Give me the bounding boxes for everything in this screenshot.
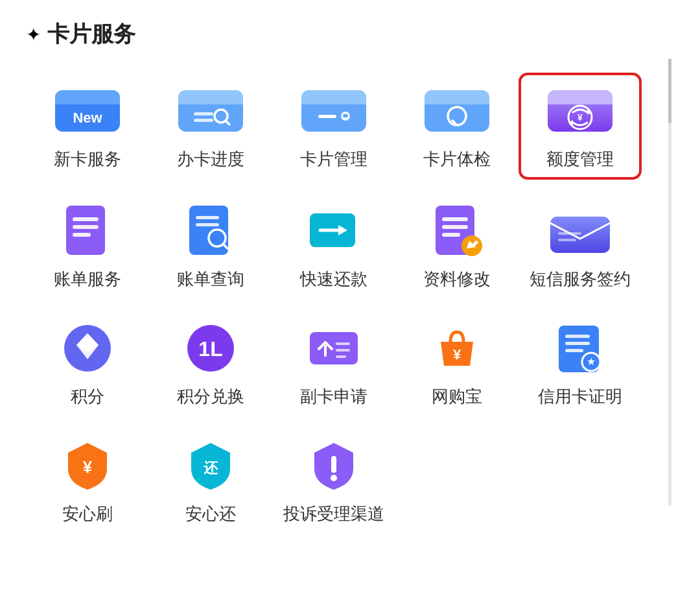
svg-rect-19	[425, 99, 489, 104]
svg-rect-14	[318, 115, 336, 118]
svg-text:1L: 1L	[198, 337, 222, 361]
header-icon: ✦	[26, 24, 41, 45]
svg-rect-7	[194, 112, 213, 115]
quick-repay-icon	[298, 203, 369, 259]
svg-text:New: New	[73, 110, 102, 126]
svg-rect-57	[336, 342, 350, 345]
sub-card-label: 副卡申请	[300, 385, 368, 408]
svg-text:★: ★	[587, 356, 596, 367]
sms-sign-icon	[544, 203, 616, 259]
card-progress-icon	[175, 83, 246, 139]
credit-cert-item[interactable]: ★ 信用卡证明	[519, 310, 642, 414]
svg-text:还: 还	[204, 460, 218, 476]
card-progress-item[interactable]: 办卡进度	[149, 73, 272, 180]
complaint-item[interactable]: 投诉受理渠道	[272, 427, 395, 532]
svg-rect-29	[66, 206, 105, 255]
scrollbar-track	[668, 58, 671, 506]
svg-text:¥: ¥	[453, 346, 461, 363]
svg-rect-30	[73, 217, 99, 221]
svg-rect-62	[565, 335, 590, 338]
grid-row-2: 账单服务 账单查询	[26, 193, 674, 297]
online-shop-icon: ¥	[421, 320, 493, 376]
bill-service-icon	[52, 203, 123, 259]
card-manage-icon	[298, 83, 369, 139]
grid-row-1: New 新卡服务	[26, 73, 674, 180]
points-exchange-item[interactable]: 1L 积分兑换	[149, 310, 272, 414]
info-edit-icon	[421, 203, 493, 259]
card-health-label: 卡片体检	[423, 148, 491, 171]
safe-swipe-icon: ¥	[52, 438, 123, 494]
service-grid: New 新卡服务	[26, 73, 674, 545]
new-card-item[interactable]: New 新卡服务	[26, 73, 149, 180]
page-header: ✦ 卡片服务	[26, 19, 674, 49]
safe-repay-item[interactable]: 还 安心还	[149, 427, 272, 532]
new-card-icon: New	[52, 83, 123, 139]
points-exchange-icon: 1L	[175, 320, 246, 376]
grid-row-3: 积分 1L 积分兑换	[26, 310, 674, 414]
scrollbar[interactable]	[664, 19, 674, 545]
card-health-item[interactable]: 卡片体检	[395, 73, 519, 180]
svg-rect-42	[442, 217, 468, 221]
points-exchange-label: 积分兑换	[177, 385, 244, 408]
complaint-icon	[298, 438, 369, 494]
safe-swipe-label: 安心刷	[62, 503, 113, 525]
svg-rect-16	[344, 114, 348, 117]
svg-text:¥: ¥	[578, 112, 583, 123]
points-icon	[52, 320, 123, 376]
svg-rect-48	[558, 232, 581, 235]
svg-rect-13	[301, 99, 366, 104]
page-title: 卡片服务	[47, 19, 135, 49]
bill-service-item[interactable]: 账单服务	[26, 193, 149, 297]
sub-card-icon	[298, 320, 369, 376]
points-item[interactable]: 积分	[26, 310, 149, 414]
svg-rect-32	[73, 233, 91, 237]
svg-rect-31	[73, 225, 99, 229]
info-edit-label: 资料修改	[423, 268, 491, 291]
credit-cert-label: 信用卡证明	[538, 385, 622, 408]
points-label: 积分	[71, 385, 104, 408]
quick-repay-item[interactable]: 快速还款	[272, 193, 395, 297]
svg-rect-35	[196, 223, 219, 226]
new-card-label: 新卡服务	[54, 148, 121, 171]
svg-rect-8	[194, 119, 213, 122]
grid-row-4: ¥ 安心刷 还 安心还	[26, 427, 674, 532]
sms-sign-label: 短信服务签约	[530, 268, 631, 291]
svg-rect-49	[558, 239, 576, 241]
svg-text:¥: ¥	[83, 457, 93, 477]
svg-rect-6	[178, 99, 243, 104]
card-manage-item[interactable]: 卡片管理	[272, 73, 395, 180]
svg-rect-63	[565, 342, 590, 345]
safe-swipe-item[interactable]: ¥ 安心刷	[26, 427, 149, 532]
card-health-icon	[421, 83, 493, 139]
svg-rect-24	[548, 99, 612, 104]
svg-rect-2	[55, 99, 120, 104]
bill-query-icon	[175, 203, 246, 259]
svg-rect-34	[196, 216, 219, 219]
info-edit-item[interactable]: 资料修改	[395, 193, 519, 297]
card-progress-label: 办卡进度	[177, 148, 244, 171]
svg-rect-43	[442, 225, 468, 229]
credit-cert-icon: ★	[544, 320, 616, 376]
quota-manage-item[interactable]: ¥ 额度管理	[519, 73, 642, 180]
complaint-label: 投诉受理渠道	[283, 503, 384, 525]
bill-service-label: 账单服务	[54, 268, 121, 291]
svg-rect-69	[331, 456, 336, 473]
quota-manage-icon: ¥	[544, 83, 616, 139]
svg-rect-64	[565, 349, 583, 352]
safe-repay-label: 安心还	[185, 503, 236, 525]
sms-sign-item[interactable]: 短信服务签约	[519, 193, 642, 297]
safe-repay-icon: 还	[175, 438, 246, 494]
bill-query-item[interactable]: 账单查询	[149, 193, 272, 297]
svg-rect-53	[310, 332, 358, 364]
card-manage-label: 卡片管理	[300, 148, 368, 171]
svg-rect-44	[442, 233, 460, 237]
svg-rect-58	[336, 349, 350, 352]
online-shop-label: 网购宝	[432, 385, 482, 408]
online-shop-item[interactable]: ¥ 网购宝	[395, 310, 519, 414]
quick-repay-label: 快速还款	[300, 268, 368, 291]
svg-point-70	[331, 475, 337, 481]
scrollbar-thumb[interactable]	[668, 58, 671, 123]
quota-manage-label: 额度管理	[546, 148, 614, 171]
svg-rect-59	[336, 355, 346, 358]
sub-card-item[interactable]: 副卡申请	[272, 310, 395, 414]
